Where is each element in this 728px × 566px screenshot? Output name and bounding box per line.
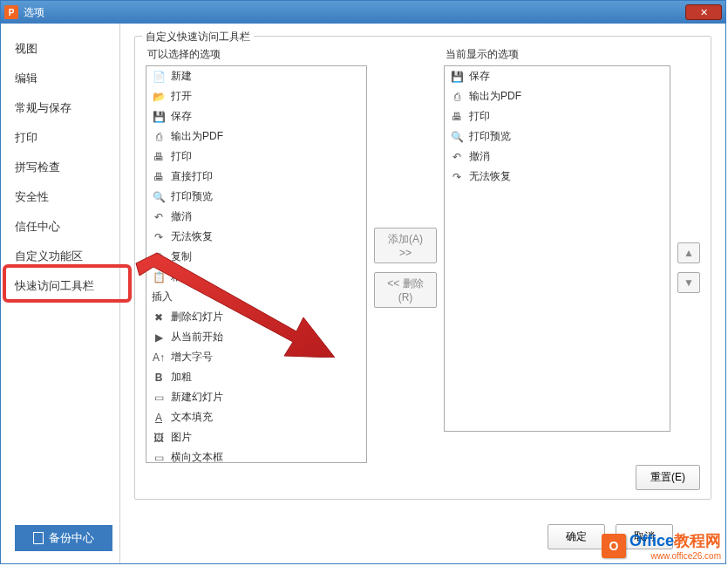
add-button[interactable]: 添加(A) >> xyxy=(374,228,437,263)
sidebar-item-spellcheck[interactable]: 拼写检查 xyxy=(1,153,119,182)
highlight-annotation xyxy=(3,264,132,303)
pdf-icon: ⎙ xyxy=(152,130,166,144)
move-down-button[interactable]: ▼ xyxy=(677,272,700,293)
available-label: 可以选择的选项 xyxy=(146,47,367,62)
document-icon xyxy=(33,532,44,544)
list-item[interactable]: ↶撤消 xyxy=(445,147,670,167)
group-title: 自定义快速访问工具栏 xyxy=(142,30,254,44)
sidebar-item-print[interactable]: 打印 xyxy=(1,123,119,153)
text-fill-icon: A xyxy=(152,411,166,425)
list-item[interactable]: ↷无法恢复 xyxy=(445,167,670,187)
backup-center-button[interactable]: 备份中心 xyxy=(15,525,112,551)
cancel-button[interactable]: 取消 xyxy=(616,524,673,549)
preview-icon: 🔍 xyxy=(152,190,166,204)
list-item[interactable]: 🖶打印 xyxy=(445,106,670,126)
undo-icon: ↶ xyxy=(450,150,464,164)
sidebar-item-security[interactable]: 安全性 xyxy=(1,182,119,212)
list-item[interactable]: 🖶打印 xyxy=(146,147,366,167)
copy-icon: ⎘ xyxy=(152,250,166,264)
save-icon: 💾 xyxy=(152,110,166,124)
current-commands-list[interactable]: 💾保存 ⎙输出为PDF 🖶打印 🔍打印预览 ↶撤消 ↷无法恢复 xyxy=(444,65,670,432)
save-icon: 💾 xyxy=(450,70,464,84)
sidebar-item-general[interactable]: 常规与保存 xyxy=(1,93,119,123)
list-item[interactable]: 📂打开 xyxy=(146,86,366,106)
customize-group: 自定义快速访问工具栏 可以选择的选项 📄新建 📂打开 💾保存 ⎙输出为PDF 🖶… xyxy=(134,36,711,500)
list-item[interactable]: ▶从当前开始 xyxy=(146,327,366,347)
list-item[interactable]: 💾保存 xyxy=(146,106,366,126)
list-item[interactable]: 🖶直接打印 xyxy=(146,167,366,187)
window-title: 选项 xyxy=(24,5,685,20)
list-item[interactable]: ▭横向文本框 xyxy=(146,447,366,463)
list-item[interactable]: ↶撤消 xyxy=(146,207,366,227)
list-item[interactable]: A↑增大字号 xyxy=(146,347,366,367)
redo-icon: ↷ xyxy=(450,170,464,184)
available-commands-list[interactable]: 📄新建 📂打开 💾保存 ⎙输出为PDF 🖶打印 🖶直接打印 🔍打印预览 ↶撤消 … xyxy=(146,65,367,463)
list-item[interactable]: ▭新建幻灯片 xyxy=(146,387,366,407)
options-dialog: P 选项 ✕ 视图 编辑 常规与保存 打印 拼写检查 安全性 信任中心 自定义功… xyxy=(0,0,726,564)
font-increase-icon: A↑ xyxy=(152,351,166,365)
category-insert: 插入 xyxy=(146,287,366,307)
app-icon: P xyxy=(4,5,18,19)
sidebar: 视图 编辑 常规与保存 打印 拼写检查 安全性 信任中心 自定义功能区 快速访问… xyxy=(1,24,120,563)
list-item[interactable]: 📋粘贴 xyxy=(146,267,366,287)
list-item[interactable]: 💾保存 xyxy=(445,66,670,86)
sidebar-item-view[interactable]: 视图 xyxy=(1,34,119,64)
bold-icon: B xyxy=(152,371,166,385)
ok-button[interactable]: 确定 xyxy=(548,524,605,549)
list-item[interactable]: 🔍打印预览 xyxy=(445,126,670,147)
textbox-icon: ▭ xyxy=(152,451,166,464)
delete-icon: ✖ xyxy=(152,310,166,324)
image-icon: 🖼 xyxy=(152,431,166,445)
sidebar-item-edit[interactable]: 编辑 xyxy=(1,64,119,93)
pdf-icon: ⎙ xyxy=(450,90,464,104)
play-icon: ▶ xyxy=(152,331,166,344)
undo-icon: ↶ xyxy=(152,210,166,224)
current-label: 当前显示的选项 xyxy=(444,47,670,62)
list-item[interactable]: ✖删除幻灯片 xyxy=(146,307,366,327)
print-icon: 🖶 xyxy=(450,110,464,124)
list-item[interactable]: B加粗 xyxy=(146,367,366,387)
titlebar: P 选项 ✕ xyxy=(1,1,725,24)
list-item[interactable]: 🔍打印预览 xyxy=(146,187,366,207)
remove-button[interactable]: << 删除(R) xyxy=(374,272,437,308)
backup-label: 备份中心 xyxy=(49,530,94,546)
new-icon: 📄 xyxy=(152,70,166,84)
print-icon: 🖶 xyxy=(152,170,166,184)
sidebar-item-trust[interactable]: 信任中心 xyxy=(1,212,119,242)
new-slide-icon: ▭ xyxy=(152,391,166,405)
paste-icon: 📋 xyxy=(152,270,166,284)
list-item[interactable]: ⎘复制 xyxy=(146,247,366,267)
list-item[interactable]: A文本填充 xyxy=(146,407,366,427)
reset-button[interactable]: 重置(E) xyxy=(636,465,700,490)
list-item[interactable]: ⎙输出为PDF xyxy=(445,86,670,106)
preview-icon: 🔍 xyxy=(450,130,464,144)
list-item[interactable]: 📄新建 xyxy=(146,66,366,86)
open-icon: 📂 xyxy=(152,90,166,104)
print-icon: 🖶 xyxy=(152,150,166,164)
list-item[interactable]: 🖼图片 xyxy=(146,427,366,447)
list-item[interactable]: ⎙输出为PDF xyxy=(146,126,366,147)
move-up-button[interactable]: ▲ xyxy=(677,242,700,263)
close-button[interactable]: ✕ xyxy=(685,4,722,20)
list-item[interactable]: ↷无法恢复 xyxy=(146,227,366,247)
main-panel: 自定义快速访问工具栏 可以选择的选项 📄新建 📂打开 💾保存 ⎙输出为PDF 🖶… xyxy=(120,24,725,563)
redo-icon: ↷ xyxy=(152,230,166,244)
